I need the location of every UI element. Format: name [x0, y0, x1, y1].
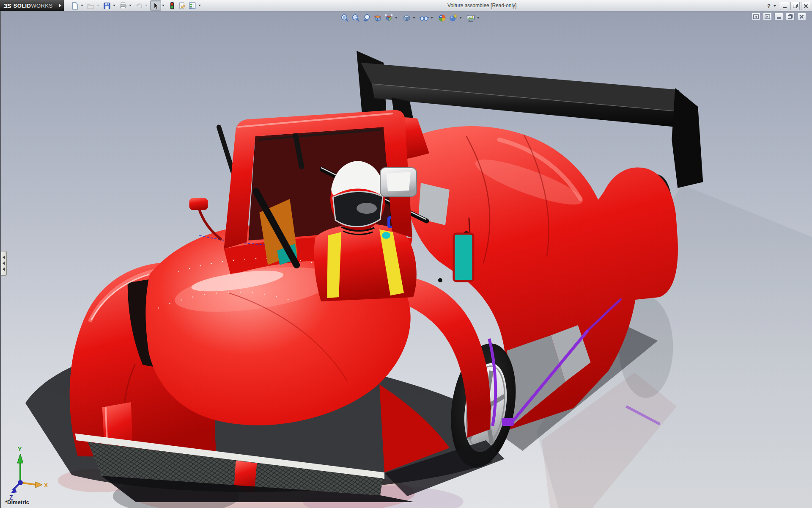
options-dropdown[interactable] — [198, 1, 202, 10]
restore-icon — [793, 4, 798, 8]
print-dropdown[interactable] — [128, 1, 132, 10]
zoom-to-area-icon — [351, 14, 360, 22]
options-icon — [188, 2, 196, 10]
new-document-button[interactable] — [70, 1, 80, 10]
view-orientation-icon — [384, 14, 393, 22]
select-button[interactable] — [150, 0, 161, 11]
section-view-button[interactable] — [372, 13, 383, 23]
triad-y-label: Y — [18, 446, 22, 453]
hide-show-items-glasses-icon — [420, 14, 429, 22]
new-document-icon — [71, 2, 79, 10]
rebuild-button[interactable] — [167, 1, 177, 10]
display-style-dropdown[interactable] — [412, 13, 416, 22]
zoom-to-fit-icon — [340, 14, 349, 22]
solidworks-logo-glyph: ЗS — [3, 2, 11, 9]
graphics-viewport[interactable]: Y X Z — [0, 11, 812, 508]
camera-views-dropdown[interactable] — [476, 13, 480, 22]
save-dropdown[interactable] — [112, 1, 116, 10]
document-window-controls — [752, 13, 806, 20]
print-button[interactable] — [118, 1, 128, 10]
undo-button[interactable] — [134, 1, 144, 10]
save-button[interactable] — [102, 1, 112, 10]
zoom-to-area-button[interactable] — [350, 13, 361, 23]
collapse-arrow-icon — [3, 262, 5, 265]
view-orientation-label: *Dimetric — [5, 499, 29, 505]
side-window-teal — [454, 234, 473, 281]
view-orientation-dropdown[interactable] — [394, 13, 398, 22]
print-icon — [119, 2, 127, 10]
document-minimize-button[interactable] — [774, 13, 783, 20]
minimize-icon — [783, 7, 787, 8]
close-icon — [804, 4, 808, 8]
help-dropdown[interactable] — [773, 1, 777, 11]
3d-model-scene[interactable]: Y X Z — [1, 11, 812, 508]
solidworks-logo-text-light: WORKS — [31, 3, 52, 9]
rebuild-traffic-light-icon — [168, 2, 176, 10]
show-right-pane-icon — [765, 14, 770, 19]
open-folder-icon — [87, 2, 95, 10]
document-minimize-icon — [777, 17, 781, 19]
zoom-to-fit-button[interactable] — [339, 13, 350, 23]
options-button[interactable] — [187, 1, 198, 10]
minimize-button[interactable] — [780, 2, 789, 10]
feature-panel-collapsed-tab[interactable] — [1, 251, 7, 276]
menu-flyout-arrow[interactable] — [57, 0, 64, 11]
file-properties-icon — [178, 2, 186, 10]
view-settings-dropdown[interactable] — [458, 13, 463, 22]
apply-scene-button[interactable] — [436, 13, 447, 23]
solidworks-logo: ЗS SOLIDWORKS — [0, 0, 57, 11]
camera-views-button[interactable] — [465, 13, 476, 23]
apply-scene-icon — [438, 14, 447, 22]
show-right-pane-button[interactable] — [763, 13, 772, 20]
window-title: Voiture assomblee [Read-only] — [447, 0, 516, 11]
previous-view-button[interactable] — [361, 13, 372, 23]
collapse-arrow-icon — [3, 256, 5, 259]
orientation-triad: Y X Z — [9, 446, 48, 501]
undo-dropdown[interactable] — [144, 1, 148, 10]
view-settings-button[interactable] — [447, 13, 458, 23]
solidworks-logo-text-bold: SOLID — [14, 3, 31, 9]
view-settings-icon — [449, 14, 458, 22]
heads-up-toolbar — [339, 12, 482, 23]
restore-button[interactable] — [790, 2, 800, 10]
open-dropdown[interactable] — [96, 1, 100, 10]
new-document-dropdown[interactable] — [80, 1, 84, 10]
document-restore-button[interactable] — [786, 13, 795, 20]
title-bar: ЗS SOLIDWORKS — [0, 0, 812, 11]
document-restore-icon — [788, 14, 793, 19]
camera-views-icon — [466, 14, 475, 22]
section-view-icon — [373, 14, 382, 22]
document-close-button[interactable] — [797, 13, 806, 20]
hide-show-items-dropdown[interactable] — [430, 13, 434, 22]
window-controls: ? — [766, 1, 810, 11]
file-properties-button[interactable] — [177, 1, 187, 10]
triad-x-label: X — [44, 482, 48, 489]
collapse-arrow-icon — [3, 268, 5, 271]
display-style-button[interactable] — [401, 13, 412, 23]
flyout-arrow-icon — [59, 4, 61, 7]
previous-view-icon — [362, 14, 371, 22]
select-cursor-icon — [151, 2, 159, 10]
show-left-pane-icon — [753, 14, 759, 19]
open-button[interactable] — [86, 1, 96, 10]
document-close-icon — [799, 14, 804, 19]
select-dropdown[interactable] — [161, 1, 165, 10]
help-button[interactable]: ? — [766, 3, 771, 9]
view-orientation-button[interactable] — [383, 13, 394, 23]
rear-view-mirror — [380, 168, 417, 196]
save-icon — [103, 2, 111, 10]
close-button[interactable] — [801, 2, 810, 10]
show-left-pane-button[interactable] — [752, 13, 760, 20]
display-style-icon — [402, 14, 411, 22]
undo-icon — [135, 2, 143, 10]
hide-show-items-button[interactable] — [419, 13, 430, 23]
main-toolbar — [70, 0, 203, 11]
